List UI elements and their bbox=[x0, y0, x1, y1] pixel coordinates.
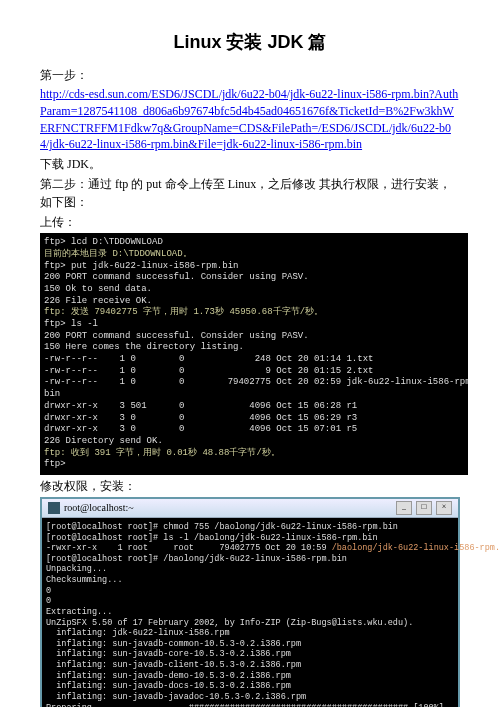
install-terminal: [root@localhost root]# chmod 755 /baolon… bbox=[42, 518, 458, 707]
line: drwxr-xr-x 3 501 0 4096 Oct 15 06:28 r1 bbox=[44, 401, 357, 411]
modify-label: 修改权限，安装： bbox=[40, 477, 460, 495]
close-button[interactable]: × bbox=[436, 501, 452, 515]
window-titlebar: root@localhost:~ _ □ × bbox=[42, 499, 458, 518]
line: inflating: sun-javadb-javadoc-10.5.3-0.2… bbox=[46, 692, 306, 702]
line: ftp: 收到 391 字节，用时 0.01秒 48.88千字节/秒。 bbox=[44, 448, 280, 458]
line: inflating: jdk-6u22-linux-i586.rpm bbox=[46, 628, 230, 638]
install-terminal-window: root@localhost:~ _ □ × [root@localhost r… bbox=[40, 497, 460, 707]
line: drwxr-xr-x 3 0 0 4096 Oct 15 06:29 r3 bbox=[44, 413, 357, 423]
line: inflating: sun-javadb-demo-10.5.3-0.2.i3… bbox=[46, 671, 291, 681]
line: 0 bbox=[46, 596, 51, 606]
line: drwxr-xr-x 3 0 0 4096 Oct 15 07:01 r5 bbox=[44, 424, 357, 434]
page-title: Linux 安装 JDK 篇 bbox=[40, 30, 460, 54]
line: 150 Here comes the directory listing. bbox=[44, 342, 244, 352]
line: -rw-r--r-- 1 0 0 79402775 Oct 20 02:59 j… bbox=[44, 377, 468, 387]
line: inflating: sun-javadb-core-10.5.3-0.2.i3… bbox=[46, 649, 291, 659]
window-title: root@localhost:~ bbox=[64, 502, 392, 513]
ftp-terminal: ftp> lcd D:\TDDOWNLOAD 目前的本地目录 D:\TDDOWN… bbox=[40, 233, 468, 475]
line: ftp> put jdk-6u22-linux-i586-rpm.bin bbox=[44, 261, 238, 271]
line: [root@localhost root]# chmod 755 /baolon… bbox=[46, 522, 398, 532]
line: -rw-r--r-- 1 0 0 9 Oct 20 01:15 2.txt bbox=[44, 366, 373, 376]
minimize-button[interactable]: _ bbox=[396, 501, 412, 515]
download-label: 下载 JDK。 bbox=[40, 155, 460, 173]
terminal-icon bbox=[48, 502, 60, 514]
step2-label: 第二步：通过 ftp 的 put 命令上传至 Linux，之后修改 其执行权限，… bbox=[40, 175, 460, 211]
line: 226 Directory send OK. bbox=[44, 436, 163, 446]
line: inflating: sun-javadb-docs-10.5.3-0.2.i3… bbox=[46, 681, 291, 691]
line: 226 File receive OK. bbox=[44, 296, 152, 306]
line: 150 Ok to send data. bbox=[44, 284, 152, 294]
line: ftp: 发送 79402775 字节，用时 1.73秒 45950.68千字节… bbox=[44, 307, 323, 317]
line: [root@localhost root]# /baolong/jdk-6u22… bbox=[46, 554, 347, 564]
line: ftp> lcd D:\TDDOWNLOAD bbox=[44, 237, 163, 247]
line: 200 PORT command successful. Consider us… bbox=[44, 331, 309, 341]
line: bin bbox=[44, 389, 60, 399]
maximize-button[interactable]: □ bbox=[416, 501, 432, 515]
line: Extracting... bbox=[46, 607, 112, 617]
line: Checksumming... bbox=[46, 575, 123, 585]
line: 0 bbox=[46, 586, 51, 596]
step1-label: 第一步： bbox=[40, 66, 460, 84]
line: 目前的本地目录 D:\TDDOWNLOAD。 bbox=[44, 249, 192, 259]
upload-label: 上传： bbox=[40, 213, 460, 231]
line: -rw-r--r-- 1 0 0 248 Oct 20 01:14 1.txt bbox=[44, 354, 373, 364]
line: Unpacking... bbox=[46, 564, 107, 574]
line: Preparing... ###########################… bbox=[46, 703, 444, 707]
line: [root@localhost root]# ls -l /baolong/jd… bbox=[46, 533, 378, 543]
line: UnZipSFX 5.50 of 17 February 2002, by In… bbox=[46, 618, 413, 628]
line: ftp> bbox=[44, 459, 66, 469]
line: inflating: sun-javadb-client-10.5.3-0.2.… bbox=[46, 660, 301, 670]
line: 200 PORT command successful. Consider us… bbox=[44, 272, 309, 282]
line: -rwxr-xr-x 1 root root 79402775 Oct 20 1… bbox=[46, 543, 500, 553]
download-url[interactable]: http://cds-esd.sun.com/ESD6/JSCDL/jdk/6u… bbox=[40, 86, 460, 153]
line: ftp> ls -l bbox=[44, 319, 98, 329]
line: inflating: sun-javadb-common-10.5.3-0.2.… bbox=[46, 639, 301, 649]
